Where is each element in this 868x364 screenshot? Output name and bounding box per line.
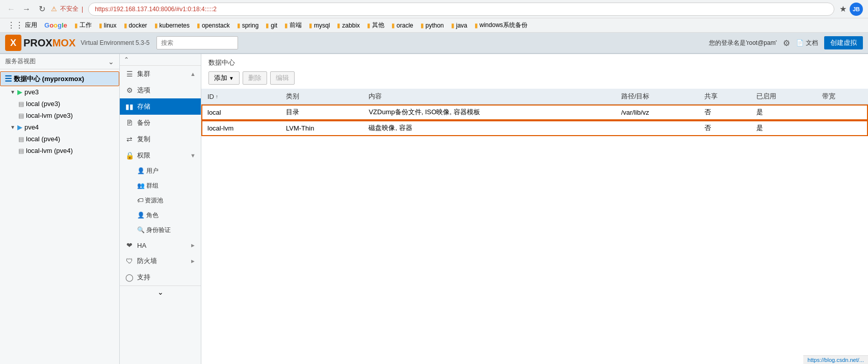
settings-gear-icon[interactable]: ⚙ <box>783 38 790 48</box>
ha-icon: ❤ <box>125 241 134 249</box>
documentation-button[interactable]: 📄 文档 <box>796 39 818 47</box>
groups-icon: 👥 <box>137 182 146 189</box>
nav-item-replicate[interactable]: ⇄ 复制 <box>120 131 201 147</box>
bookmark-java[interactable]: ▮ java <box>448 21 470 30</box>
folder-icon: ▮ <box>309 22 312 29</box>
bookmark-spring[interactable]: ▮ spring <box>234 21 262 30</box>
forward-button[interactable]: → <box>20 3 33 15</box>
table-row-local[interactable]: local 目录 VZDump备份文件, ISO映像, 容器模板 /var/li… <box>201 105 868 120</box>
back-button[interactable]: ← <box>5 3 17 15</box>
add-dropdown-arrow-icon: ▼ <box>229 75 234 81</box>
add-button-label: 添加 <box>214 73 227 83</box>
local-pve3-label: local (pve3) <box>26 100 60 108</box>
browser-profile[interactable]: JB <box>850 3 863 16</box>
sidebar-item-local-pve4[interactable]: ▤ local (pve4) <box>0 133 119 145</box>
row-local-shared: 否 <box>698 105 750 120</box>
bookmark-work-label: 工作 <box>80 21 92 30</box>
sidebar-item-datacenter[interactable]: ☰ 数据中心 (myproxmox) <box>0 71 119 86</box>
sidebar-collapse-chevron[interactable]: ⌄ <box>108 58 114 66</box>
nav-item-cluster[interactable]: ☰ 集群 ▲ <box>120 66 201 82</box>
sidebar-item-pve4[interactable]: ▼ ▶ pve4 <box>0 121 119 133</box>
refresh-button[interactable]: ↻ <box>36 3 48 15</box>
nav-item-backup[interactable]: 🖹 备份 <box>120 115 201 131</box>
nav-item-users[interactable]: 👤 用户 <box>120 164 201 178</box>
bookmark-star-icon[interactable]: ★ <box>839 4 847 14</box>
nav-item-ha[interactable]: ❤ HA ► <box>120 238 201 253</box>
edit-button[interactable]: 编辑 <box>270 71 295 85</box>
sidebar-item-local-lvm-pve4[interactable]: ▤ local-lvm (pve4) <box>0 145 119 157</box>
roles-icon: 👤 <box>137 212 146 219</box>
nav-roles-label: 角色 <box>146 212 159 219</box>
table-row-local-lvm[interactable]: local-lvm LVM-Thin 磁盘映像, 容器 否 是 <box>201 120 868 136</box>
bookmark-google[interactable]: Google <box>41 20 70 30</box>
nav-item-storage[interactable]: ▮▮ 存储 <box>120 98 201 115</box>
nav-item-support[interactable]: ◯ 支持 <box>120 269 201 285</box>
bookmark-openstack[interactable]: ▮ openstack <box>194 21 233 30</box>
nav-storage-label: 存储 <box>137 102 150 111</box>
bookmark-kubernetes[interactable]: ▮ kubernetes <box>151 21 193 30</box>
bookmark-zabbix[interactable]: ▮ zabbix <box>334 21 363 30</box>
sidebar-item-pve3[interactable]: ▼ ▶ pve3 <box>0 86 119 98</box>
nav-groups-label: 群组 <box>146 182 159 189</box>
separator: | <box>82 6 83 13</box>
ha-expand-icon: ► <box>190 242 196 248</box>
disk-icon-pve4: ▤ <box>18 147 24 154</box>
nav-item-permissions[interactable]: 🔒 权限 ▼ <box>120 147 201 164</box>
nav-item-groups[interactable]: 👥 群组 <box>120 178 201 193</box>
cluster-expand-icon: ▲ <box>190 71 196 77</box>
nav-item-options[interactable]: ⚙ 选项 <box>120 82 201 98</box>
doc-label: 文档 <box>806 39 818 47</box>
nav-item-auth[interactable]: 🔍 身份验证 <box>120 223 201 238</box>
apps-grid-icon: ⋮⋮ <box>7 20 23 30</box>
local-lvm-pve3-label: local-lvm (pve3) <box>26 112 73 119</box>
proxmox-version: Virtual Environment 5.3-5 <box>81 39 149 46</box>
bookmark-linux[interactable]: ▮ linux <box>96 21 120 30</box>
pve4-label: pve4 <box>24 123 39 131</box>
nav-item-roles[interactable]: 👤 角色 <box>120 208 201 223</box>
bookmark-oracle[interactable]: ▮ oracle <box>388 21 416 30</box>
delete-button[interactable]: 删除 <box>243 71 267 85</box>
sidebar-item-local-pve3[interactable]: ▤ local (pve3) <box>0 98 119 110</box>
bookmark-docker[interactable]: ▮ docker <box>121 21 150 30</box>
col-header-id[interactable]: ID ↑ <box>201 89 280 105</box>
bookmark-work[interactable]: ▮ 工作 <box>71 20 95 31</box>
col-header-path[interactable]: 路径/目标 <box>615 89 698 105</box>
row-local-lvm-enabled: 是 <box>750 120 816 136</box>
nav-up-chevron[interactable]: ⌃ <box>124 56 129 63</box>
bookmark-other[interactable]: ▮ 其他 <box>364 20 387 31</box>
col-header-enabled[interactable]: 已启用 <box>750 89 816 105</box>
bookmark-git[interactable]: ▮ git <box>262 21 280 30</box>
cluster-icon: ☰ <box>125 70 134 78</box>
address-bar[interactable] <box>88 3 834 16</box>
bookmark-apps[interactable]: ⋮⋮ 应用 <box>4 19 40 31</box>
col-header-type[interactable]: 类别 <box>280 89 362 105</box>
svg-text:X: X <box>10 38 16 48</box>
bookmark-java-label: java <box>456 22 467 29</box>
nav-item-resource-pools[interactable]: 🏷 资源池 <box>120 193 201 208</box>
col-header-shared[interactable]: 共享 <box>698 89 750 105</box>
add-button[interactable]: 添加 ▼ <box>208 71 240 85</box>
bookmark-openstack-label: openstack <box>202 22 230 29</box>
create-vm-button[interactable]: 创建虚拟 <box>824 36 863 49</box>
sidebar-item-local-lvm-pve3[interactable]: ▤ local-lvm (pve3) <box>0 110 119 121</box>
nav-users-label: 用户 <box>146 167 159 174</box>
folder-icon: ▮ <box>266 22 269 29</box>
bookmark-kubernetes-label: kubernetes <box>160 22 190 29</box>
folder-icon: ▮ <box>197 22 200 29</box>
content-toolbar: 添加 ▼ 删除 编辑 <box>201 69 868 89</box>
options-icon: ⚙ <box>125 86 134 94</box>
nav-down-chevron[interactable]: ⌄ <box>157 288 164 296</box>
col-header-bandwidth[interactable]: 带宽 <box>816 89 868 105</box>
row-local-bandwidth <box>816 105 868 120</box>
folder-icon: ▮ <box>74 22 78 29</box>
datacenter-label: 数据中心 (myproxmox) <box>14 74 84 84</box>
search-input[interactable] <box>156 36 238 49</box>
bookmark-python[interactable]: ▮ python <box>417 21 447 30</box>
col-header-content[interactable]: 内容 <box>362 89 615 105</box>
bookmark-mysql[interactable]: ▮ mysql <box>306 21 333 30</box>
nav-item-firewall[interactable]: 🛡 防火墙 ► <box>120 253 201 269</box>
firewall-icon: 🛡 <box>125 257 134 265</box>
bookmark-frontend[interactable]: ▮ 前端 <box>281 20 305 31</box>
folder-icon: ▮ <box>337 22 340 29</box>
bookmark-windows-backup[interactable]: ▮ windows系统备份 <box>471 20 531 31</box>
